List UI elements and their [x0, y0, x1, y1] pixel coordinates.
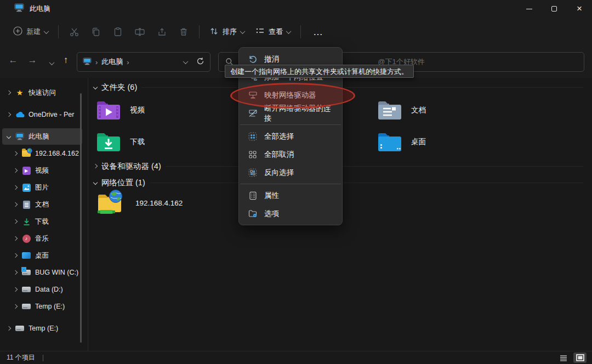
- new-button[interactable]: 新建: [8, 22, 54, 41]
- chevron-right-icon[interactable]: [11, 152, 20, 155]
- menu-item-select-all[interactable]: 全部选择: [241, 127, 340, 145]
- chevron-right-icon[interactable]: [11, 169, 20, 172]
- chevron-right-icon[interactable]: [11, 186, 20, 189]
- back-button[interactable]: ←: [5, 55, 21, 66]
- pictures-icon: [21, 183, 31, 192]
- window-title: 此电脑: [30, 4, 50, 14]
- sidebar-item-music[interactable]: ♪ 音乐: [2, 230, 82, 247]
- close-button[interactable]: ×: [567, 0, 592, 18]
- select-none-icon: [248, 150, 258, 160]
- chevron-down-icon: [286, 29, 292, 34]
- chevron-right-icon[interactable]: [11, 203, 20, 206]
- menu-item-select-none[interactable]: 全部取消: [241, 145, 340, 163]
- up-button[interactable]: ↑: [58, 55, 73, 66]
- folder-tile-desktop[interactable]: 桌面: [377, 128, 592, 156]
- this-pc-icon: [15, 132, 25, 141]
- sidebar-item-videos[interactable]: ▶ 视频: [2, 162, 82, 179]
- address-dropdown-icon[interactable]: [183, 59, 189, 64]
- toolbar-separator: [199, 25, 200, 38]
- sidebar-item-drive-d[interactable]: Data (D:): [2, 281, 82, 298]
- sort-button-label: 排序: [223, 27, 237, 37]
- chevron-right-icon[interactable]: [11, 237, 20, 240]
- minimize-button[interactable]: [516, 0, 542, 18]
- sidebar-scrollbar[interactable]: [80, 93, 82, 343]
- sidebar-item-quick-access[interactable]: ★ 快速访问: [2, 84, 82, 101]
- delete-button[interactable]: [173, 22, 195, 41]
- chevron-right-icon[interactable]: [4, 327, 13, 330]
- properties-icon: [248, 191, 258, 201]
- menu-item-label: 选项: [264, 209, 279, 219]
- documents-folder-icon: [377, 99, 402, 121]
- cut-button[interactable]: [63, 22, 85, 41]
- section-line: [166, 166, 583, 167]
- menu-item-label: 反向选择: [264, 168, 294, 178]
- desktop-folder-icon: [377, 131, 402, 153]
- sidebar-item-documents[interactable]: 文档: [2, 196, 82, 213]
- file-explorer-window: 此电脑 × 新建: [0, 0, 592, 364]
- share-button[interactable]: [151, 22, 173, 41]
- chevron-down-icon[interactable]: [4, 135, 13, 138]
- sidebar-item-desktop[interactable]: 桌面: [2, 247, 82, 264]
- pane-divider[interactable]: [88, 78, 88, 351]
- menu-item-options[interactable]: 选项: [241, 204, 340, 223]
- sidebar-item-drive-e[interactable]: Temp (E:): [2, 298, 82, 315]
- title-bar: 此电脑 ×: [0, 0, 592, 18]
- tile-label: 192.168.4.162: [135, 199, 183, 207]
- new-button-label: 新建: [26, 27, 41, 37]
- status-bar: 11 个项目: [0, 351, 592, 364]
- maximize-button[interactable]: [542, 0, 567, 18]
- folder-tile-documents[interactable]: 文档: [377, 96, 592, 124]
- sidebar-item-label: Temp (E:): [35, 303, 65, 310]
- sidebar-item-this-pc[interactable]: 此电脑: [2, 128, 82, 145]
- view-icon: [255, 27, 265, 37]
- sidebar-item-drive-c[interactable]: BUG WIN (C:): [2, 264, 82, 281]
- breadcrumb-bar[interactable]: › 此电脑 ›: [77, 52, 210, 72]
- breadcrumb-separator: ›: [95, 58, 98, 66]
- details-view-button[interactable]: [557, 352, 570, 363]
- history-chevron-button[interactable]: [44, 57, 59, 68]
- chevron-right-icon[interactable]: [11, 220, 20, 223]
- command-toolbar: 新建 排序 查看: [0, 18, 592, 46]
- videos-folder-icon: [96, 99, 121, 121]
- menu-item-label: 全部选择: [264, 132, 294, 141]
- status-divider: [43, 355, 43, 361]
- chevron-right-icon[interactable]: [11, 271, 20, 274]
- sidebar-item-onedrive[interactable]: OneDrive - Per: [2, 106, 82, 123]
- view-button[interactable]: 查看: [250, 23, 296, 41]
- menu-item-invert-selection[interactable]: 反向选择: [241, 163, 340, 181]
- thumbnail-view-icon: [576, 354, 584, 361]
- sidebar-item-downloads[interactable]: 下载: [2, 213, 82, 230]
- tooltip-text: 创建一个指向网络上的共享文件夹或计算机的快捷方式。: [230, 67, 408, 76]
- breadcrumb-this-pc[interactable]: 此电脑: [101, 57, 123, 67]
- sidebar-item-label: 音乐: [35, 234, 49, 243]
- tile-label: 文档: [411, 105, 426, 115]
- chevron-right-icon[interactable]: [11, 305, 20, 308]
- chevron-down-icon: [93, 180, 98, 185]
- sidebar-item-drive-e-root[interactable]: Temp (E:): [2, 320, 82, 337]
- section-line: [141, 87, 583, 88]
- rename-button[interactable]: [129, 22, 151, 41]
- windows-drive-icon: [21, 268, 31, 277]
- sidebar-item-label: 桌面: [35, 251, 49, 260]
- drive-icon: [21, 302, 31, 311]
- annotation-red-ellipse: [230, 83, 355, 109]
- network-folder-icon: [21, 149, 31, 158]
- chevron-right-icon[interactable]: [4, 91, 13, 94]
- paste-button[interactable]: [107, 22, 129, 41]
- menu-item-label: 撤消: [264, 54, 279, 64]
- forward-button[interactable]: →: [25, 55, 40, 66]
- see-more-button[interactable]: …: [305, 29, 331, 35]
- chevron-right-icon[interactable]: [11, 288, 20, 291]
- copy-button[interactable]: [85, 22, 107, 41]
- sidebar-item-network-host[interactable]: 192.168.4.162: [2, 145, 82, 162]
- chevron-right-icon[interactable]: [4, 113, 13, 116]
- sort-button[interactable]: 排序: [204, 23, 250, 41]
- refresh-icon[interactable]: [196, 57, 204, 67]
- network-folder-icon: [96, 189, 127, 217]
- menu-item-properties[interactable]: 属性: [241, 186, 340, 204]
- sidebar-item-label: 图片: [35, 183, 49, 192]
- thumbnail-view-button[interactable]: [573, 352, 587, 363]
- chevron-right-icon[interactable]: [11, 254, 20, 257]
- sidebar-item-label: 下载: [35, 217, 49, 226]
- sidebar-item-pictures[interactable]: 图片: [2, 179, 82, 196]
